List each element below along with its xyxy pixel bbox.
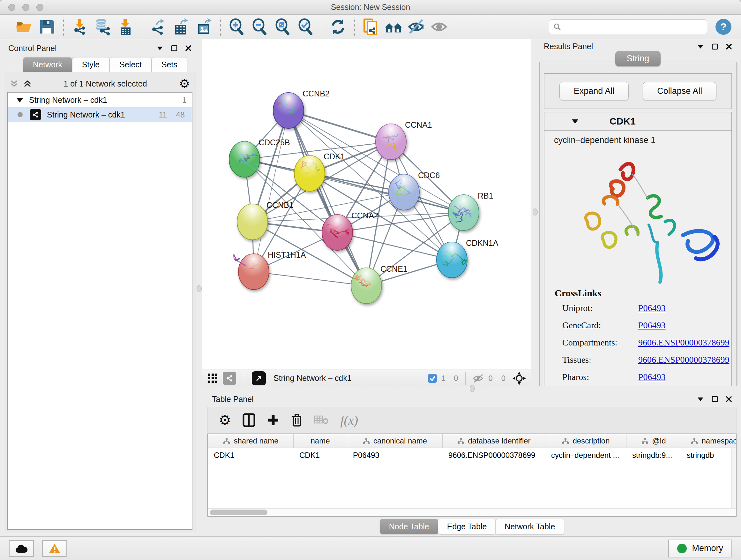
table-cell[interactable]: cyclin–dependent ...: [545, 451, 626, 460]
tab-edge-table[interactable]: Edge Table: [438, 519, 496, 535]
tab-sets[interactable]: Sets: [151, 57, 187, 72]
table-vertical-scrollbar[interactable]: [731, 448, 736, 508]
expand-all-button[interactable]: Expand All: [559, 82, 629, 100]
column-header-namespace[interactable]: namespace: [681, 434, 737, 448]
crosslink-link[interactable]: 9606.ENSP00000378699: [638, 355, 729, 365]
create-column-icon[interactable]: [267, 414, 280, 427]
float-panel-icon[interactable]: [171, 45, 178, 51]
network-graph[interactable]: CCNB2CCNA1CDC25BCDK1CDC6RB1CCNB1CCNA2CDK…: [202, 39, 531, 369]
node-CDK1[interactable]: CDK1: [294, 152, 345, 191]
edge-CDK1-RB1[interactable]: [310, 173, 464, 212]
column-header-canonical-name[interactable]: canonical name: [347, 434, 443, 448]
first-neighbors-button[interactable]: [384, 17, 403, 36]
table-options-gear-icon[interactable]: ⚙: [219, 413, 231, 427]
export-table-button[interactable]: [172, 17, 190, 36]
vertical-splitter-right[interactable]: [531, 39, 539, 386]
show-all-button[interactable]: [430, 17, 449, 36]
tab-node-table[interactable]: Node Table: [380, 519, 439, 535]
float-panel-icon[interactable]: [712, 44, 718, 50]
table-cell[interactable]: 9606.ENSP00000378699: [443, 451, 545, 460]
edge-HIST1H1A-CCNE1[interactable]: [254, 272, 366, 286]
birds-eye-view-icon[interactable]: [252, 371, 266, 385]
hide-selected-button[interactable]: [407, 17, 426, 36]
selected-checkbox-icon[interactable]: [428, 374, 437, 383]
close-panel-icon[interactable]: [726, 44, 732, 50]
close-panel-icon[interactable]: [185, 45, 192, 51]
export-network-button[interactable]: [149, 17, 167, 36]
node-CCNB1[interactable]: CCNB1: [237, 200, 293, 240]
hidden-eye-icon[interactable]: [473, 374, 485, 383]
import-table-file-button[interactable]: [116, 17, 135, 36]
edge-CCNB2-CCNE1[interactable]: [288, 111, 366, 286]
zoom-in-button[interactable]: [227, 17, 246, 36]
search-input[interactable]: [564, 23, 703, 31]
import-network-database-button[interactable]: [93, 17, 112, 36]
edge-CCNA2-CDKN1A[interactable]: [337, 233, 452, 260]
close-panel-icon[interactable]: [726, 396, 732, 402]
table-cell[interactable]: CDK1: [208, 451, 293, 460]
tab-string[interactable]: String: [615, 51, 661, 66]
node-CDKN1A[interactable]: CDKN1A: [436, 239, 498, 278]
expand-all-networks-icon[interactable]: [23, 79, 31, 88]
float-panel-icon[interactable]: [712, 396, 718, 402]
collapse-gene-icon[interactable]: [571, 119, 579, 124]
import-network-file-button[interactable]: [70, 17, 89, 36]
zoom-selected-button[interactable]: [296, 17, 315, 36]
fit-crosshair-icon[interactable]: [513, 372, 526, 385]
tab-network-table[interactable]: Network Table: [495, 519, 564, 535]
column-header-shared-name[interactable]: shared name: [208, 434, 293, 448]
memory-button[interactable]: Memory: [668, 540, 732, 557]
collection-expand-icon[interactable]: [16, 98, 23, 103]
help-button[interactable]: ?: [716, 19, 731, 35]
crosslink-link[interactable]: P06493: [638, 303, 666, 313]
crosslink-link[interactable]: 9606.ENSP00000378699: [638, 337, 729, 348]
open-session-button[interactable]: [15, 17, 33, 36]
collapse-panel-icon[interactable]: [156, 46, 163, 51]
export-image-button[interactable]: [195, 17, 213, 36]
search-field[interactable]: [549, 19, 707, 34]
table-horizontal-scrollbar[interactable]: [208, 508, 736, 516]
horizontal-splitter[interactable]: [202, 386, 741, 391]
column-header-description[interactable]: description: [545, 434, 626, 448]
table-cell[interactable]: CDK1: [293, 451, 347, 460]
collapse-panel-icon[interactable]: [697, 44, 704, 49]
grid-mode-icon[interactable]: [207, 373, 218, 384]
network-row[interactable]: String Network – cdk1 11 48: [8, 107, 192, 122]
tab-select[interactable]: Select: [110, 57, 151, 72]
cloud-button[interactable]: [9, 540, 34, 557]
node-CCNA2[interactable]: CCNA2: [322, 211, 379, 250]
network-collection-row[interactable]: String Network – cdk1 1: [8, 92, 192, 107]
collapse-all-button[interactable]: Collapse All: [643, 82, 717, 100]
vertical-splitter-left[interactable]: [196, 39, 202, 537]
network-canvas[interactable]: CCNB2CCNA1CDC25BCDK1CDC6RB1CCNB1CCNA2CDK…: [202, 39, 531, 369]
table-cell[interactable]: stringdb: [681, 451, 737, 460]
warning-button[interactable]: [42, 540, 67, 557]
scrollbar-thumb[interactable]: [210, 509, 267, 515]
show-column-icon[interactable]: [243, 413, 255, 427]
table-cell[interactable]: P06493: [347, 451, 443, 460]
zoom-out-button[interactable]: [250, 17, 269, 36]
edge-CCNB2-HIST1H1A[interactable]: [254, 111, 288, 272]
crosslink-link[interactable]: P06493: [638, 372, 666, 382]
edge-CCNB2-CCNA1[interactable]: [288, 111, 391, 142]
network-options-gear-icon[interactable]: ⚙: [179, 78, 190, 90]
refresh-layout-button[interactable]: [329, 17, 347, 36]
crosslink-link[interactable]: P06493: [638, 320, 666, 330]
column-header-name[interactable]: name: [293, 434, 347, 448]
column-header-@id[interactable]: @id: [626, 434, 681, 448]
table-cell[interactable]: stringdb:9...: [626, 451, 681, 460]
node-RB1[interactable]: RB1: [448, 191, 493, 231]
zoom-fit-button[interactable]: [273, 17, 292, 36]
tab-network[interactable]: Network: [23, 57, 72, 72]
column-header-database-identifier[interactable]: database identifier: [443, 434, 545, 448]
string-clipboard-button[interactable]: [361, 17, 380, 36]
table-row[interactable]: CDK1CDK1P064939606.ENSP00000378699cyclin…: [208, 448, 736, 462]
network-view-icon[interactable]: [223, 372, 236, 385]
delete-column-icon[interactable]: [291, 413, 302, 427]
collapse-all-networks-icon[interactable]: [10, 79, 18, 88]
collapse-panel-icon[interactable]: [697, 397, 704, 401]
node-CCNE1[interactable]: CCNE1: [351, 264, 408, 304]
save-session-button[interactable]: [38, 17, 56, 36]
node-HIST1H1A[interactable]: HIST1H1A: [234, 250, 306, 290]
tab-style[interactable]: Style: [72, 57, 110, 72]
